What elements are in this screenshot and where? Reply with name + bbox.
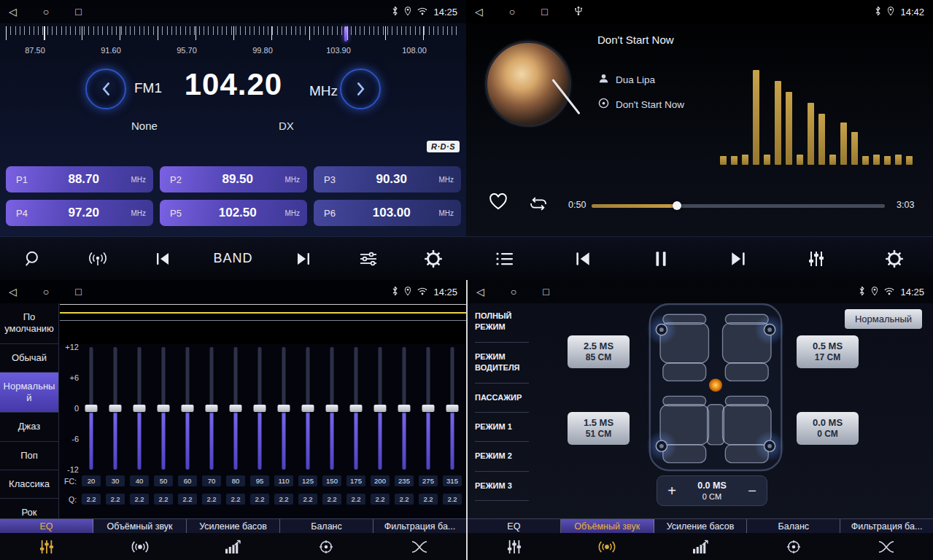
car-cabin-diagram[interactable] — [646, 300, 785, 477]
eq-slider-knob[interactable] — [109, 405, 122, 412]
surround-sound-icon[interactable] — [561, 533, 654, 560]
field-mode-2[interactable]: ПАССАЖИР — [475, 384, 529, 413]
bass-boost-icon[interactable] — [654, 533, 747, 560]
eq-slider-knob[interactable] — [398, 405, 411, 412]
eq-preset-3[interactable]: Джаз — [0, 413, 58, 441]
nav-home-icon[interactable]: ○ — [509, 6, 515, 18]
progress-bar[interactable] — [592, 204, 885, 208]
decrease-delay-button[interactable]: − — [738, 483, 767, 499]
previous-station-icon[interactable] — [148, 252, 177, 266]
preset-P6[interactable]: P6103.00MHz — [314, 200, 461, 226]
bass-boost-icon[interactable] — [187, 533, 280, 560]
sound-tab-2[interactable]: Усиление басов — [187, 519, 280, 533]
nav-back-icon[interactable]: ◁ — [475, 6, 483, 18]
eq-slider-knob[interactable] — [374, 405, 387, 412]
favorite-heart-icon[interactable] — [488, 192, 508, 214]
progress-knob[interactable] — [673, 201, 681, 210]
equalizer-icon[interactable] — [802, 250, 831, 268]
eq-band-200[interactable] — [371, 347, 390, 470]
eq-sliders-icon[interactable] — [0, 533, 93, 560]
eq-band-235[interactable] — [395, 347, 414, 470]
eq-slider-knob[interactable] — [254, 405, 266, 412]
eq-slider-knob[interactable] — [422, 405, 435, 412]
eq-band-95[interactable] — [250, 347, 269, 470]
eq-band-60[interactable] — [178, 347, 197, 470]
band-button[interactable]: BAND — [213, 251, 252, 266]
field-preset-button[interactable]: Нормальный — [845, 309, 922, 329]
eq-slider-knob[interactable] — [278, 405, 290, 412]
surround-sound-icon[interactable] — [93, 533, 187, 560]
eq-band-30[interactable] — [106, 347, 125, 470]
sound-tab-3[interactable]: Баланс — [280, 519, 373, 533]
frequency-scale[interactable]: 87.5091.6095.7099.80103.90108.00 — [6, 26, 461, 58]
previous-track-icon[interactable] — [568, 251, 597, 267]
nav-back-icon[interactable]: ◁ — [9, 286, 17, 298]
nav-back-icon[interactable]: ◁ — [9, 6, 17, 18]
nav-recents-icon[interactable]: □ — [541, 6, 547, 18]
eq-slider-knob[interactable] — [326, 405, 338, 412]
sound-tab-4[interactable]: Фильтрация ба... — [373, 519, 466, 533]
eq-sliders-icon[interactable] — [468, 533, 561, 560]
eq-preset-0[interactable]: По умолчанию — [0, 303, 58, 344]
next-track-icon[interactable] — [724, 251, 753, 267]
nav-recents-icon[interactable]: □ — [543, 286, 549, 298]
eq-preset-2[interactable]: Нормальный — [0, 373, 58, 413]
eq-band-70[interactable] — [202, 347, 221, 470]
tune-up-button[interactable] — [340, 69, 381, 109]
balance-icon[interactable] — [747, 533, 840, 560]
preset-P3[interactable]: P390.30MHz — [314, 166, 461, 192]
preset-P5[interactable]: P5102.50MHz — [160, 200, 307, 226]
eq-band-20[interactable] — [82, 347, 101, 470]
eq-preset-5[interactable]: Классика — [0, 470, 58, 499]
sound-tab-1[interactable]: Объёмный звук — [93, 519, 187, 533]
settings-gear-icon[interactable] — [419, 249, 448, 268]
pause-icon[interactable] — [646, 250, 675, 268]
eq-band-275[interactable] — [419, 347, 438, 470]
preset-P1[interactable]: P188.70MHz — [6, 166, 153, 192]
eq-band-40[interactable] — [130, 347, 149, 470]
field-mode-5[interactable]: РЕЖИМ 3 — [475, 472, 529, 501]
eq-preset-6[interactable]: Рок — [0, 499, 58, 518]
sound-tab-2[interactable]: Усиление басов — [654, 519, 748, 533]
eq-slider-knob[interactable] — [85, 405, 98, 412]
eq-settings-icon[interactable] — [354, 251, 383, 267]
eq-band-175[interactable] — [347, 347, 365, 470]
filter-icon[interactable] — [373, 533, 466, 560]
eq-band-125[interactable] — [298, 347, 317, 470]
nav-recents-icon[interactable]: □ — [75, 6, 81, 18]
eq-slider-knob[interactable] — [230, 405, 242, 412]
broadcast-antenna-icon[interactable] — [83, 250, 112, 268]
nav-recents-icon[interactable]: □ — [75, 286, 81, 298]
eq-band-50[interactable] — [154, 347, 173, 470]
field-mode-3[interactable]: РЕЖИМ 1 — [475, 413, 529, 442]
field-mode-0[interactable]: ПОЛНЫЙ РЕЖИМ — [475, 302, 529, 343]
nav-home-icon[interactable]: ○ — [43, 6, 49, 18]
field-mode-4[interactable]: РЕЖИМ 2 — [475, 442, 529, 471]
eq-slider-knob[interactable] — [133, 405, 146, 412]
eq-band-80[interactable] — [226, 347, 245, 470]
eq-slider-knob[interactable] — [350, 405, 363, 412]
eq-slider-knob[interactable] — [206, 405, 218, 412]
sound-tab-4[interactable]: Фильтрация ба... — [840, 519, 933, 533]
eq-preset-4[interactable]: Поп — [0, 442, 58, 470]
preset-P2[interactable]: P289.50MHz — [160, 166, 307, 192]
sound-tab-1[interactable]: Объёмный звук — [561, 519, 654, 533]
eq-slider-knob[interactable] — [158, 405, 170, 412]
preset-P4[interactable]: P497.20MHz — [6, 200, 153, 226]
repeat-icon[interactable] — [527, 195, 549, 215]
nav-home-icon[interactable]: ○ — [43, 286, 49, 298]
next-station-icon[interactable] — [289, 252, 318, 266]
filter-icon[interactable] — [840, 533, 933, 560]
eq-slider-knob[interactable] — [302, 405, 314, 412]
eq-band-150[interactable] — [322, 347, 341, 470]
sound-tab-0[interactable]: EQ — [468, 519, 561, 533]
scan-icon[interactable] — [18, 249, 47, 268]
balance-icon[interactable] — [279, 533, 373, 560]
nav-back-icon[interactable]: ◁ — [476, 286, 484, 298]
nav-home-icon[interactable]: ○ — [511, 286, 516, 298]
eq-band-110[interactable] — [274, 347, 293, 470]
playlist-icon[interactable] — [490, 251, 519, 267]
settings-gear-icon[interactable] — [880, 249, 909, 268]
eq-preset-1[interactable]: Обычай — [0, 344, 58, 373]
field-mode-1[interactable]: РЕЖИМ ВОДИТЕЛЯ — [475, 343, 529, 384]
